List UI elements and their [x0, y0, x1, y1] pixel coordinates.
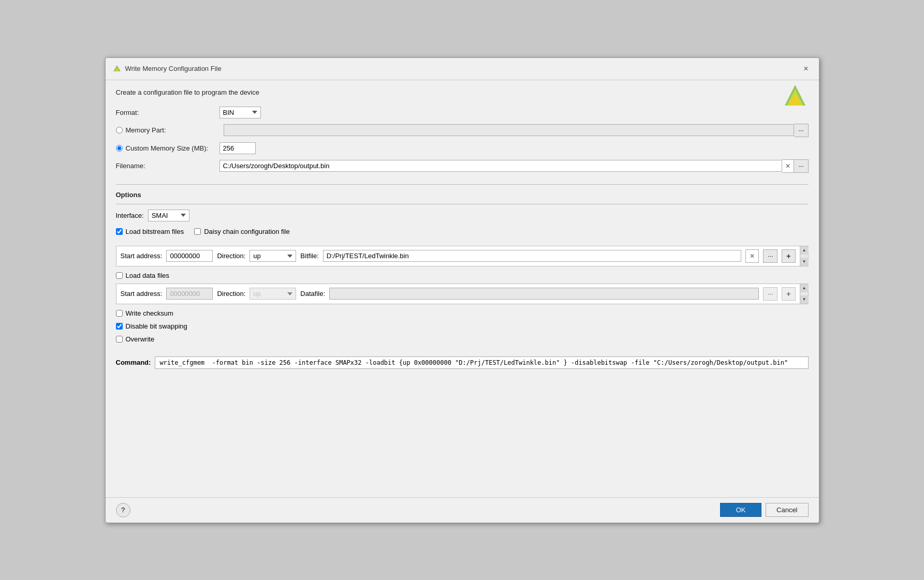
- divider-1: [116, 184, 809, 185]
- load-data-checkbox[interactable]: [116, 272, 123, 279]
- data-scroll-up-button[interactable]: ▲: [800, 284, 809, 292]
- write-checksum-label: Write checksum: [126, 309, 173, 317]
- dialog-icon: [113, 65, 121, 73]
- data-start-address-label: Start address:: [121, 290, 163, 298]
- start-address-label: Start address:: [121, 252, 163, 260]
- load-data-label: Load data files: [126, 272, 170, 279]
- command-label: Command:: [116, 359, 151, 366]
- datafile-add-button[interactable]: +: [782, 287, 795, 301]
- write-memory-dialog: Write Memory Configuration File × Create…: [105, 57, 819, 523]
- scroll-up-button[interactable]: ▲: [800, 246, 809, 255]
- datafile-scrollbar: ▲ ▼: [800, 284, 808, 304]
- scroll-down-button[interactable]: ▼: [800, 258, 809, 266]
- memory-part-browse-button[interactable]: ···: [794, 124, 808, 137]
- memory-part-label: Memory Part:: [126, 126, 166, 134]
- ok-button[interactable]: OK: [720, 503, 761, 517]
- custom-memory-input[interactable]: [219, 142, 256, 154]
- bitfile-browse-button[interactable]: ···: [763, 249, 778, 263]
- options-title: Options: [116, 191, 809, 199]
- custom-memory-radio[interactable]: [116, 145, 123, 152]
- load-bitstream-label: Load bitstream files: [126, 228, 184, 235]
- dialog-body: Create a configuration file to program t…: [106, 80, 819, 497]
- custom-memory-row: Custom Memory Size (MB):: [116, 142, 809, 154]
- data-direction-select[interactable]: up down: [250, 288, 296, 300]
- custom-memory-label: Custom Memory Size (MB):: [126, 144, 209, 152]
- bitfile-label: Bitfile:: [300, 252, 318, 260]
- data-direction-label: Direction:: [217, 290, 245, 298]
- title-bar: Write Memory Configuration File ×: [106, 58, 819, 80]
- write-checksum-checkbox[interactable]: [116, 310, 123, 317]
- footer: ? OK Cancel: [106, 497, 819, 523]
- format-label: Format:: [116, 109, 219, 116]
- overwrite-checkbox[interactable]: [116, 336, 123, 343]
- filename-input[interactable]: [219, 160, 783, 172]
- disable-bit-swapping-checkbox[interactable]: [116, 323, 123, 330]
- datafile-box: Start address: Direction: up down Datafi…: [116, 284, 809, 304]
- bitstream-content: Start address: Direction: up down Bitfil…: [116, 246, 800, 266]
- disable-bit-swapping-row: Disable bit swapping: [116, 322, 809, 330]
- options-section: Options Interface: SMAI SPIx1 SPIx2 SPIx…: [116, 191, 809, 348]
- data-scroll-down-button[interactable]: ▼: [800, 295, 809, 304]
- overwrite-label: Overwrite: [126, 335, 155, 343]
- filename-clear-button[interactable]: ✕: [782, 159, 794, 173]
- bitstream-scrollbar: ▲ ▼: [800, 246, 808, 266]
- bitfile-clear-button[interactable]: ✕: [745, 249, 759, 263]
- load-bitstream-checkbox[interactable]: [116, 228, 123, 235]
- load-data-row: Load data files: [116, 272, 809, 279]
- start-address-input[interactable]: [166, 250, 213, 262]
- datafile-input[interactable]: [329, 288, 759, 300]
- dialog-title: Write Memory Configuration File: [125, 65, 222, 72]
- title-bar-left: Write Memory Configuration File: [113, 65, 222, 73]
- bitstream-box: Start address: Direction: up down Bitfil…: [116, 246, 809, 266]
- disable-bit-swapping-label: Disable bit swapping: [126, 322, 187, 330]
- direction-label: Direction:: [217, 252, 245, 260]
- direction-select[interactable]: up down: [250, 250, 296, 262]
- filename-label: Filename:: [116, 162, 219, 170]
- datafile-browse-button[interactable]: ···: [763, 287, 778, 301]
- filename-browse-button[interactable]: ···: [794, 159, 808, 173]
- close-button[interactable]: ×: [800, 63, 811, 75]
- command-input[interactable]: [155, 356, 808, 369]
- filename-row: Filename: ✕ ···: [116, 159, 809, 173]
- interface-row: Interface: SMAI SPIx1 SPIx2 SPIx4 BPIx8 …: [116, 210, 809, 221]
- divider-options: [116, 204, 809, 204]
- interface-label: Interface:: [116, 212, 144, 219]
- daisy-chain-checkbox[interactable]: [194, 228, 201, 235]
- write-checksum-row: Write checksum: [116, 309, 809, 317]
- vivado-logo: [784, 84, 806, 110]
- datafile-label: Datafile:: [300, 290, 325, 298]
- dialog-subtitle: Create a configuration file to program t…: [116, 88, 809, 96]
- daisy-chain-label: Daisy chain configuration file: [204, 228, 289, 235]
- interface-select[interactable]: SMAI SPIx1 SPIx2 SPIx4 BPIx8 BPIx16: [148, 210, 189, 221]
- bitfile-add-button[interactable]: +: [782, 249, 795, 263]
- options-checkboxes-group: Load bitstream files Daisy chain configu…: [116, 228, 809, 241]
- overwrite-row: Overwrite: [116, 335, 809, 343]
- memory-part-input[interactable]: [224, 124, 795, 136]
- memory-part-row: Memory Part: ···: [116, 124, 809, 137]
- data-start-address-input[interactable]: [166, 288, 213, 300]
- load-bitstream-row: Load bitstream files: [116, 228, 184, 235]
- format-select[interactable]: BIN MCS HEX: [219, 107, 261, 118]
- cancel-button[interactable]: Cancel: [766, 503, 808, 517]
- command-row: Command:: [116, 356, 809, 369]
- help-button[interactable]: ?: [116, 503, 130, 517]
- format-row: Format: BIN MCS HEX: [116, 107, 809, 118]
- datafile-content: Start address: Direction: up down Datafi…: [116, 284, 800, 304]
- daisy-chain-row: Daisy chain configuration file: [194, 228, 289, 235]
- memory-part-radio[interactable]: [116, 127, 123, 133]
- bitfile-input[interactable]: [323, 250, 742, 262]
